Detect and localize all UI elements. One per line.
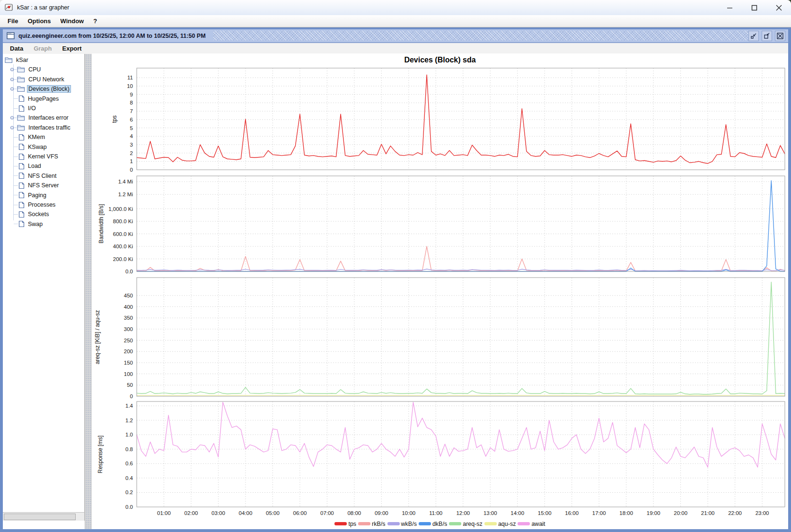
legend-item-rkBs: rkB/s xyxy=(358,521,385,527)
tree-node-devices-block-[interactable]: Devices (Block) xyxy=(10,84,71,94)
tree-node-swap[interactable]: Swap xyxy=(14,219,44,229)
tree-node-label: KSwap xyxy=(26,143,48,151)
tree-node-load[interactable]: Load xyxy=(14,161,43,171)
frame-close-button[interactable] xyxy=(775,31,785,41)
svg-text:300: 300 xyxy=(124,326,133,332)
chart-legend: tpsrkB/swkB/sdkB/sareq-szaqu-szawait xyxy=(92,520,788,527)
legend-label: tps xyxy=(348,521,356,527)
legend-color-chip xyxy=(518,522,530,525)
svg-text:1.2: 1.2 xyxy=(125,418,133,423)
chart-plot-1[interactable]: 0.0200.0 Ki400.0 Ki600.0 Ki800.0 Ki1,000… xyxy=(92,176,790,273)
svg-text:1.2 Mi: 1.2 Mi xyxy=(118,192,133,197)
svg-text:400: 400 xyxy=(124,304,133,310)
svg-text:450: 450 xyxy=(124,293,133,298)
tree-branch-line xyxy=(14,224,18,224)
frame-menu-item-data[interactable]: Data xyxy=(5,44,28,53)
tree-node-processes[interactable]: Processes xyxy=(14,200,57,209)
tree-node-paging[interactable]: Paging xyxy=(14,191,48,200)
frame-restore-button[interactable] xyxy=(762,31,772,41)
tree-branch-line xyxy=(14,175,18,176)
svg-text:05:00: 05:00 xyxy=(266,510,280,516)
close-button[interactable] xyxy=(766,0,791,15)
svg-text:22:00: 22:00 xyxy=(728,510,742,516)
legend-item-aqusz: aqu-sz xyxy=(484,521,516,527)
tree-branch-line xyxy=(14,195,18,195)
svg-text:1: 1 xyxy=(130,158,133,164)
titlebar-texture xyxy=(213,31,750,40)
tree-node-kmem[interactable]: KMem xyxy=(14,132,46,142)
menu-item-window[interactable]: Window xyxy=(56,16,89,26)
tree-node-cpu[interactable]: CPU xyxy=(10,65,42,74)
expand-handle-icon[interactable] xyxy=(10,66,17,73)
menu-item-file[interactable]: File xyxy=(3,16,23,26)
tree-node-label: KMem xyxy=(26,133,46,141)
tree-node-hugepages[interactable]: HugePages xyxy=(14,94,60,104)
file-icon xyxy=(18,192,25,199)
svg-text:6: 6 xyxy=(130,117,133,122)
file-icon xyxy=(18,172,25,179)
frame-menu-item-export[interactable]: Export xyxy=(57,44,87,53)
expand-handle-icon[interactable] xyxy=(10,114,17,121)
window-titlebar[interactable]: kSar : a sar grapher xyxy=(0,0,791,16)
tree-node-kswap[interactable]: KSwap xyxy=(14,142,48,152)
tree-node-i-o[interactable]: I/O xyxy=(14,104,37,113)
minimize-icon xyxy=(727,5,733,11)
ksar-app-icon xyxy=(5,3,13,12)
maximize-button[interactable] xyxy=(742,0,766,15)
tree-node-cpu-network[interactable]: CPU Network xyxy=(10,75,66,84)
tree-node-nfs-client[interactable]: NFS Client xyxy=(14,171,58,181)
folder-icon xyxy=(17,66,25,73)
tree-node-label: HugePages xyxy=(26,95,60,103)
expand-handle-icon[interactable] xyxy=(10,124,17,131)
minimize-button[interactable] xyxy=(717,0,742,15)
chart-plot-2[interactable]: 050100150200250300350400450 xyxy=(92,278,790,398)
tree-branch-line xyxy=(14,108,18,109)
frame-iconify-button[interactable] xyxy=(748,31,759,41)
tree-branch-line xyxy=(14,98,18,99)
tree-node-label: I/O xyxy=(26,105,37,112)
scrollbar-thumb[interactable] xyxy=(4,514,76,520)
expand-handle-icon[interactable] xyxy=(10,76,17,83)
file-icon xyxy=(18,163,25,170)
file-icon xyxy=(18,153,25,160)
tree-node-interfaces-traffic[interactable]: Interfaces traffic xyxy=(10,123,72,132)
expand-handle-icon[interactable] xyxy=(10,86,17,92)
menu-item-[interactable]: ? xyxy=(88,16,102,26)
tree-node-label: Sockets xyxy=(26,210,50,218)
chart-title: Devices (Block) sda xyxy=(92,56,788,64)
frame-titlebar[interactable]: quiz.eeengineer.com from 10/25/25, 12:00… xyxy=(3,29,788,43)
tree-branch-line xyxy=(14,205,18,205)
metrics-tree: kSarCPUCPU NetworkDevices (Block)HugePag… xyxy=(3,54,85,521)
tree-node-sockets[interactable]: Sockets xyxy=(14,209,50,219)
tree-branch-line xyxy=(14,137,18,138)
tree-node-label: Load xyxy=(26,162,43,170)
svg-text:14:00: 14:00 xyxy=(510,510,524,516)
svg-text:0: 0 xyxy=(130,167,133,173)
legend-label: wkB/s xyxy=(401,521,417,527)
svg-text:1.4 Mi: 1.4 Mi xyxy=(118,179,133,184)
svg-text:18:00: 18:00 xyxy=(619,510,633,516)
tree-node-nfs-server[interactable]: NFS Server xyxy=(14,181,60,190)
legend-item-dkBs: dkB/s xyxy=(419,521,447,527)
tree-branch-line xyxy=(14,147,18,147)
chart-plot-3[interactable]: 0.00.20.40.60.81.01.21.401:0002:0003:000… xyxy=(92,401,790,521)
tree-node-interfaces-error[interactable]: Interfaces error xyxy=(10,113,70,122)
svg-text:02:00: 02:00 xyxy=(185,510,198,516)
tree-node-label: Devices (Block) xyxy=(27,85,71,93)
svg-text:09:00: 09:00 xyxy=(375,510,388,516)
svg-text:250: 250 xyxy=(124,338,133,343)
svg-text:350: 350 xyxy=(124,315,133,321)
chart-plot-0[interactable]: 01234567891011 xyxy=(92,68,790,172)
svg-text:07:00: 07:00 xyxy=(320,510,334,516)
graph-internal-frame: quiz.eeengineer.com from 10/25/25, 12:00… xyxy=(0,27,791,532)
tree-node-label: Processes xyxy=(26,201,57,209)
svg-text:21:00: 21:00 xyxy=(701,510,715,516)
svg-text:0.8: 0.8 xyxy=(125,446,133,452)
svg-text:200: 200 xyxy=(124,349,133,354)
tree-node-label: CPU xyxy=(27,66,42,73)
tree-node-ksar[interactable]: kSar xyxy=(5,55,30,65)
tree-node-kernel-vfs[interactable]: Kernel VFS xyxy=(14,152,60,161)
menu-item-options[interactable]: Options xyxy=(23,16,55,26)
tree-horizontal-scrollbar[interactable] xyxy=(3,512,84,521)
legend-color-chip xyxy=(484,522,497,525)
